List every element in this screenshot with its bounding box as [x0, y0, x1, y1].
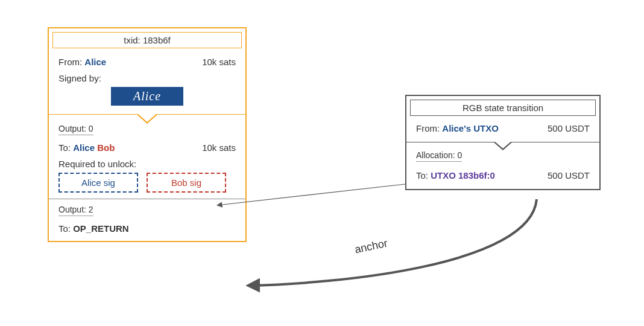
rgb-from-amount: 500 USDT [548, 123, 590, 133]
tx-txid: txid: 183b6f [52, 32, 242, 48]
tx-output-0-required: Required to unlock: [58, 159, 236, 169]
tx-from-label: From: [58, 57, 82, 67]
tx-output-0-to: To: Alice Bob [58, 142, 115, 153]
tx-output-0-to-alice: Alice [73, 142, 95, 153]
rgb-from-label: From: [416, 123, 440, 133]
tx-output-2: Output: 2 To: OP_RETURN [49, 199, 245, 241]
tx-input-amount: 10k sats [202, 57, 236, 67]
rgb-from: From: Alice's UTXO [416, 123, 499, 133]
rgb-card: RGB state transition From: Alice's UTXO … [405, 95, 601, 190]
tx-output-2-title: Output: 2 [58, 205, 93, 216]
tx-input-section: From: Alice 10k sats Signed by: Alice [49, 48, 245, 115]
tx-from-name: Alice [84, 57, 106, 67]
tx-output-0-to-label: To: [58, 142, 71, 153]
tx-output-2-to: To: OP_RETURN [58, 223, 129, 234]
rgb-header: RGB state transition [410, 100, 596, 116]
rgb-to-utxo: UTXO 183b6f:0 [431, 170, 495, 181]
rgb-alloc-title: Allocation: 0 [416, 150, 462, 162]
rgb-from-section: From: Alice's UTXO 500 USDT [406, 116, 599, 142]
tx-output-0: Output: 0 To: Alice Bob 10k sats Require… [49, 115, 245, 199]
anchor-label: anchor [353, 237, 388, 257]
arrow-anchor [248, 199, 537, 286]
tx-output-2-to-target: OP_RETURN [73, 223, 129, 234]
rgb-to: To: UTXO 183b6f:0 [416, 170, 495, 181]
tx-output-0-to-bob: Bob [97, 142, 115, 153]
sig-slot-alice: Alice sig [58, 173, 138, 193]
tx-signature-plate: Alice [111, 87, 183, 106]
rgb-to-label: To: [416, 170, 428, 181]
tx-from: From: Alice [58, 57, 106, 67]
rgb-to-amount: 500 USDT [548, 170, 590, 181]
sig-slot-bob: Bob sig [147, 173, 226, 193]
tx-output-0-sigs: Alice sig Bob sig [58, 173, 236, 193]
tx-output-2-to-label: To: [58, 223, 71, 234]
rgb-from-name: Alice's UTXO [442, 123, 499, 133]
tx-output-0-title: Output: 0 [58, 124, 93, 135]
tx-output-0-amount: 10k sats [202, 142, 236, 153]
diagram-stage: txid: 183b6f From: Alice 10k sats Signed… [0, 0, 644, 326]
tx-card: txid: 183b6f From: Alice 10k sats Signed… [48, 27, 247, 242]
tx-signedby-label: Signed by: [58, 73, 236, 83]
